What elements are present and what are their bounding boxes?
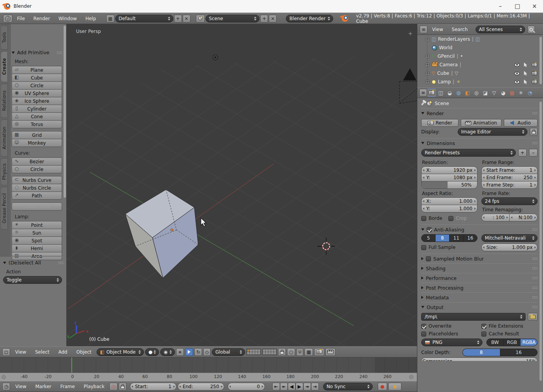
- ruler-right-handle[interactable]: [409, 375, 413, 379]
- add-curve-circle-button[interactable]: ○Circle: [12, 165, 62, 173]
- viewport-menu-view[interactable]: View: [11, 349, 30, 355]
- lamp-object[interactable]: [213, 55, 218, 60]
- remap-new-field[interactable]: N:100: [509, 214, 538, 221]
- region-expand-button[interactable]: +: [408, 30, 413, 36]
- panel-header-shading[interactable]: Shading: [421, 263, 538, 273]
- panel-header-anti-aliasing[interactable]: Anti-Aliasing: [421, 224, 538, 234]
- resolution-x-field[interactable]: X: 1920 px: [421, 166, 477, 174]
- decrement-arrow-icon[interactable]: [228, 385, 232, 389]
- motion-blur-checkbox[interactable]: [426, 256, 431, 261]
- remove-scene-button[interactable]: ×: [269, 15, 277, 22]
- menu-window[interactable]: Window: [55, 16, 81, 21]
- add-circle-button[interactable]: ○Circle: [12, 81, 62, 90]
- full-sample-checkbox[interactable]: [421, 245, 426, 250]
- file-extensions-checkbox[interactable]: [481, 324, 486, 329]
- outliner-row-gpencil[interactable]: + ✎ GPencil •: [417, 52, 543, 60]
- snap-element-dropdown[interactable]: ▦: [304, 348, 313, 356]
- selectability-pointer-icon[interactable]: [524, 79, 527, 85]
- tab-relations[interactable]: Relations: [1, 84, 8, 118]
- depth-16[interactable]: 16: [500, 349, 538, 356]
- jump-to-start-button[interactable]: ⇤: [272, 383, 280, 390]
- add-monkey-button[interactable]: ☺Monkey: [12, 139, 62, 147]
- selectability-pointer-icon[interactable]: [524, 62, 527, 67]
- add-layout-button[interactable]: +: [174, 15, 182, 22]
- add-scene-button[interactable]: +: [260, 15, 268, 22]
- placeholders-checkbox[interactable]: [421, 332, 426, 337]
- tab-particles[interactable]: ✳: [517, 88, 525, 97]
- resolution-percentage-slider[interactable]: 50%: [421, 181, 477, 189]
- viewport-editor-selector[interactable]: ◻: [2, 348, 10, 356]
- add-torus-button[interactable]: ◎Torus: [12, 120, 62, 128]
- menu-file[interactable]: File: [13, 16, 29, 21]
- manipulator-translate-toggle[interactable]: [185, 348, 193, 356]
- viewport-3d[interactable]: x y z User Persp (0) Cube +: [67, 24, 417, 346]
- timeline-menu-frame[interactable]: Frame: [56, 384, 78, 389]
- expand-icon[interactable]: +: [425, 62, 430, 67]
- start-frame-field[interactable]: Start Frame: 1: [481, 166, 538, 174]
- renderability-camera-icon[interactable]: [532, 63, 537, 66]
- tab-animation[interactable]: Animation: [1, 119, 8, 157]
- item-name[interactable]: World: [439, 45, 452, 50]
- renderability-camera-icon[interactable]: [532, 80, 537, 83]
- transform-orientation-dropdown[interactable]: Global: [212, 348, 245, 356]
- tool-shelf-scrollbar[interactable]: [64, 26, 66, 198]
- manipulator-scale-toggle[interactable]: ◇: [203, 348, 211, 356]
- tab-physics[interactable]: Physics: [1, 158, 8, 185]
- snap-toggle[interactable]: ∩: [296, 348, 304, 356]
- outliner-menu-view[interactable]: View: [428, 27, 447, 32]
- panel-header-post-processing[interactable]: Post Processing: [421, 283, 538, 292]
- timeline-tracks[interactable]: [0, 357, 417, 373]
- tab-texture[interactable]: ▩: [508, 88, 516, 97]
- timeline-playhead[interactable]: [71, 357, 72, 373]
- viewport-canvas[interactable]: x y z: [67, 24, 417, 346]
- lock-frame-toggle[interactable]: [119, 383, 126, 390]
- aa-size-field[interactable]: Size: 1.000 px: [481, 243, 538, 251]
- add-nurbs-circle-button[interactable]: ◌Nurbs Circle: [12, 184, 62, 192]
- viewport-shading-dropdown[interactable]: ●: [145, 348, 159, 356]
- end-frame-field[interactable]: End Frame: 250: [481, 174, 538, 181]
- item-name[interactable]: GPencil: [438, 54, 455, 59]
- scene-icon-button[interactable]: [196, 15, 205, 22]
- panel-header-performance[interactable]: Performance: [421, 273, 538, 283]
- tab-constraints[interactable]: ◎: [472, 88, 481, 97]
- panel-drag-dots-icon[interactable]: [532, 286, 538, 289]
- item-name[interactable]: Camera: [439, 62, 458, 67]
- mode-dropdown[interactable]: ◧ Object Mode: [97, 348, 144, 356]
- add-ico-sphere-button[interactable]: ◈Ico Sphere: [12, 97, 62, 105]
- play-button[interactable]: ▶: [296, 383, 303, 390]
- channel-rgb[interactable]: RGB: [504, 339, 521, 346]
- outliner-filter-dropdown[interactable]: All Scenes: [476, 26, 525, 33]
- add-path-button[interactable]: ↗Path: [12, 192, 62, 200]
- menu-render[interactable]: Render: [29, 16, 54, 21]
- add-cube-button[interactable]: ◧Cube: [12, 74, 62, 82]
- menu-help[interactable]: Help: [81, 16, 100, 21]
- panel-drag-dots-icon[interactable]: [57, 51, 62, 54]
- browse-folder-button[interactable]: [528, 313, 538, 321]
- outliner-scrollbar[interactable]: [540, 37, 542, 84]
- outliner-row-lamp[interactable]: + Lamp ☀: [417, 78, 543, 86]
- minimize-button[interactable]: –: [492, 0, 509, 12]
- remap-old-field[interactable]: : 100: [481, 214, 510, 221]
- panel-drag-dots-icon[interactable]: [58, 261, 64, 264]
- increment-arrow-icon[interactable]: [261, 385, 265, 389]
- add-point-lamp-button[interactable]: ☀Point: [12, 221, 62, 229]
- scene-dropdown[interactable]: Scene: [206, 15, 260, 22]
- sync-dropdown[interactable]: No Sync: [323, 383, 373, 390]
- item-name[interactable]: Cube: [437, 71, 449, 76]
- next-keyframe-button[interactable]: ↠: [303, 383, 311, 390]
- outliner-row-cube[interactable]: + ▽ Cube ▽: [417, 69, 543, 78]
- panel-header-render[interactable]: Render: [421, 108, 538, 118]
- panel-header-sampled-motion-blur[interactable]: Sampled Motion Blur: [421, 254, 538, 263]
- pin-icon[interactable]: [421, 102, 425, 105]
- preview-range-toggle[interactable]: ◷: [109, 383, 117, 390]
- ruler-left-handle[interactable]: [2, 375, 6, 379]
- frame-rate-dropdown[interactable]: 24 fps: [481, 197, 538, 205]
- expand-icon[interactable]: +: [425, 54, 430, 59]
- add-preset-button[interactable]: +: [518, 149, 527, 157]
- viewport-menu-object[interactable]: Object: [73, 349, 95, 355]
- render-engine-dropdown[interactable]: Blender Render: [286, 15, 333, 22]
- outliner-row-renderlayers[interactable]: + ◫ RenderLayers ◫: [417, 35, 543, 43]
- border-checkbox[interactable]: [421, 216, 426, 221]
- screen-layout-icon-button[interactable]: ▦: [106, 15, 114, 22]
- timeline-menu-view[interactable]: View: [11, 384, 30, 389]
